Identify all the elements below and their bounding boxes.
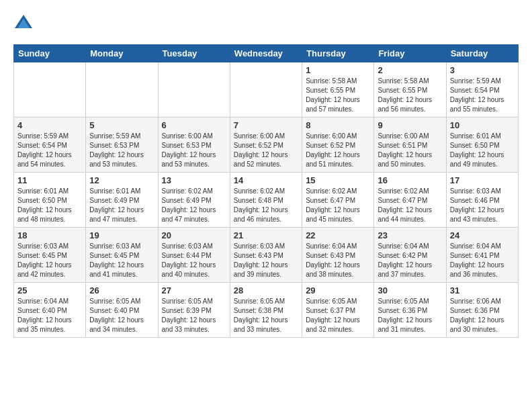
day-info: Sunrise: 5:58 AM Sunset: 6:55 PM Dayligh… <box>306 77 370 114</box>
day-info: Sunrise: 6:00 AM Sunset: 6:51 PM Dayligh… <box>378 132 442 169</box>
day-info: Sunrise: 6:03 AM Sunset: 6:45 PM Dayligh… <box>89 242 154 279</box>
day-number: 12 <box>89 175 154 185</box>
day-info: Sunrise: 6:01 AM Sunset: 6:50 PM Dayligh… <box>17 187 82 224</box>
header-thursday: Thursday <box>302 45 374 62</box>
day-info: Sunrise: 6:06 AM Sunset: 6:36 PM Dayligh… <box>450 297 515 334</box>
day-number: 31 <box>450 285 515 295</box>
day-cell: 1Sunrise: 5:58 AM Sunset: 6:55 PM Daylig… <box>302 62 374 118</box>
day-info: Sunrise: 6:02 AM Sunset: 6:47 PM Dayligh… <box>378 187 442 224</box>
day-number: 20 <box>162 230 226 240</box>
day-cell: 11Sunrise: 6:01 AM Sunset: 6:50 PM Dayli… <box>14 173 86 228</box>
day-cell: 14Sunrise: 6:02 AM Sunset: 6:48 PM Dayli… <box>230 173 302 228</box>
week-row-1: 4Sunrise: 5:59 AM Sunset: 6:54 PM Daylig… <box>14 118 519 173</box>
day-info: Sunrise: 6:05 AM Sunset: 6:38 PM Dayligh… <box>234 297 298 334</box>
day-cell: 30Sunrise: 6:05 AM Sunset: 6:36 PM Dayli… <box>374 283 446 338</box>
day-info: Sunrise: 6:05 AM Sunset: 6:36 PM Dayligh… <box>378 297 442 334</box>
day-number: 27 <box>162 285 226 295</box>
header-friday: Friday <box>374 45 446 62</box>
header-saturday: Saturday <box>446 45 518 62</box>
header-tuesday: Tuesday <box>158 45 230 62</box>
page-header <box>13 13 519 34</box>
day-cell: 9Sunrise: 6:00 AM Sunset: 6:51 PM Daylig… <box>374 118 446 173</box>
day-number: 17 <box>450 175 515 185</box>
day-info: Sunrise: 6:04 AM Sunset: 6:41 PM Dayligh… <box>450 242 515 279</box>
header-wednesday: Wednesday <box>230 45 302 62</box>
day-cell: 2Sunrise: 5:58 AM Sunset: 6:55 PM Daylig… <box>374 62 446 118</box>
day-cell: 24Sunrise: 6:04 AM Sunset: 6:41 PM Dayli… <box>446 228 518 283</box>
header-sunday: Sunday <box>14 45 86 62</box>
day-info: Sunrise: 6:05 AM Sunset: 6:40 PM Dayligh… <box>89 297 154 334</box>
day-number: 2 <box>378 65 442 75</box>
day-cell <box>86 62 158 118</box>
day-info: Sunrise: 5:59 AM Sunset: 6:54 PM Dayligh… <box>17 132 82 169</box>
day-number: 19 <box>89 230 154 240</box>
day-info: Sunrise: 6:05 AM Sunset: 6:39 PM Dayligh… <box>162 297 226 334</box>
day-cell: 19Sunrise: 6:03 AM Sunset: 6:45 PM Dayli… <box>86 228 158 283</box>
day-cell: 6Sunrise: 6:00 AM Sunset: 6:53 PM Daylig… <box>158 118 230 173</box>
day-cell <box>14 62 86 118</box>
day-cell: 13Sunrise: 6:02 AM Sunset: 6:49 PM Dayli… <box>158 173 230 228</box>
day-cell <box>230 62 302 118</box>
day-info: Sunrise: 6:04 AM Sunset: 6:42 PM Dayligh… <box>378 242 442 279</box>
day-cell: 31Sunrise: 6:06 AM Sunset: 6:36 PM Dayli… <box>446 283 518 338</box>
day-cell: 3Sunrise: 5:59 AM Sunset: 6:54 PM Daylig… <box>446 62 518 118</box>
week-row-2: 11Sunrise: 6:01 AM Sunset: 6:50 PM Dayli… <box>14 173 519 228</box>
day-number: 22 <box>306 230 370 240</box>
day-number: 9 <box>378 120 442 130</box>
day-number: 21 <box>234 230 298 240</box>
day-number: 5 <box>89 120 154 130</box>
day-number: 14 <box>234 175 298 185</box>
day-cell: 26Sunrise: 6:05 AM Sunset: 6:40 PM Dayli… <box>86 283 158 338</box>
day-info: Sunrise: 6:02 AM Sunset: 6:48 PM Dayligh… <box>234 187 298 224</box>
day-info: Sunrise: 6:03 AM Sunset: 6:44 PM Dayligh… <box>162 242 226 279</box>
day-number: 18 <box>17 230 82 240</box>
day-cell: 16Sunrise: 6:02 AM Sunset: 6:47 PM Dayli… <box>374 173 446 228</box>
calendar-table: SundayMondayTuesdayWednesdayThursdayFrid… <box>13 44 519 338</box>
day-info: Sunrise: 6:04 AM Sunset: 6:40 PM Dayligh… <box>17 297 82 334</box>
week-row-3: 18Sunrise: 6:03 AM Sunset: 6:45 PM Dayli… <box>14 228 519 283</box>
day-info: Sunrise: 6:00 AM Sunset: 6:53 PM Dayligh… <box>162 132 226 169</box>
day-info: Sunrise: 6:02 AM Sunset: 6:47 PM Dayligh… <box>306 187 370 224</box>
header-monday: Monday <box>86 45 158 62</box>
day-number: 3 <box>450 65 515 75</box>
calendar-body: 1Sunrise: 5:58 AM Sunset: 6:55 PM Daylig… <box>14 62 519 338</box>
day-number: 4 <box>17 120 82 130</box>
day-info: Sunrise: 6:04 AM Sunset: 6:43 PM Dayligh… <box>306 242 370 279</box>
day-number: 25 <box>17 285 82 295</box>
day-info: Sunrise: 6:02 AM Sunset: 6:49 PM Dayligh… <box>162 187 226 224</box>
day-cell: 17Sunrise: 6:03 AM Sunset: 6:46 PM Dayli… <box>446 173 518 228</box>
day-number: 23 <box>378 230 442 240</box>
day-cell: 28Sunrise: 6:05 AM Sunset: 6:38 PM Dayli… <box>230 283 302 338</box>
day-number: 16 <box>378 175 442 185</box>
logo-icon <box>13 13 34 34</box>
week-row-4: 25Sunrise: 6:04 AM Sunset: 6:40 PM Dayli… <box>14 283 519 338</box>
day-cell: 10Sunrise: 6:01 AM Sunset: 6:50 PM Dayli… <box>446 118 518 173</box>
day-number: 29 <box>306 285 370 295</box>
day-cell: 21Sunrise: 6:03 AM Sunset: 6:43 PM Dayli… <box>230 228 302 283</box>
day-info: Sunrise: 5:58 AM Sunset: 6:55 PM Dayligh… <box>378 77 442 114</box>
day-info: Sunrise: 6:03 AM Sunset: 6:45 PM Dayligh… <box>17 242 82 279</box>
calendar-header-row: SundayMondayTuesdayWednesdayThursdayFrid… <box>14 45 519 62</box>
day-cell: 20Sunrise: 6:03 AM Sunset: 6:44 PM Dayli… <box>158 228 230 283</box>
day-info: Sunrise: 6:01 AM Sunset: 6:49 PM Dayligh… <box>89 187 154 224</box>
day-cell: 27Sunrise: 6:05 AM Sunset: 6:39 PM Dayli… <box>158 283 230 338</box>
day-info: Sunrise: 6:03 AM Sunset: 6:46 PM Dayligh… <box>450 187 515 224</box>
day-cell: 23Sunrise: 6:04 AM Sunset: 6:42 PM Dayli… <box>374 228 446 283</box>
day-number: 8 <box>306 120 370 130</box>
day-cell: 25Sunrise: 6:04 AM Sunset: 6:40 PM Dayli… <box>14 283 86 338</box>
day-number: 6 <box>162 120 226 130</box>
day-cell: 22Sunrise: 6:04 AM Sunset: 6:43 PM Dayli… <box>302 228 374 283</box>
day-info: Sunrise: 6:01 AM Sunset: 6:50 PM Dayligh… <box>450 132 515 169</box>
day-number: 24 <box>450 230 515 240</box>
day-cell: 4Sunrise: 5:59 AM Sunset: 6:54 PM Daylig… <box>14 118 86 173</box>
day-cell: 18Sunrise: 6:03 AM Sunset: 6:45 PM Dayli… <box>14 228 86 283</box>
day-info: Sunrise: 6:00 AM Sunset: 6:52 PM Dayligh… <box>234 132 298 169</box>
day-info: Sunrise: 6:00 AM Sunset: 6:52 PM Dayligh… <box>306 132 370 169</box>
day-number: 11 <box>17 175 82 185</box>
day-cell: 8Sunrise: 6:00 AM Sunset: 6:52 PM Daylig… <box>302 118 374 173</box>
day-info: Sunrise: 6:05 AM Sunset: 6:37 PM Dayligh… <box>306 297 370 334</box>
day-cell: 29Sunrise: 6:05 AM Sunset: 6:37 PM Dayli… <box>302 283 374 338</box>
day-cell: 5Sunrise: 5:59 AM Sunset: 6:53 PM Daylig… <box>86 118 158 173</box>
logo <box>13 13 36 34</box>
week-row-0: 1Sunrise: 5:58 AM Sunset: 6:55 PM Daylig… <box>14 62 519 118</box>
